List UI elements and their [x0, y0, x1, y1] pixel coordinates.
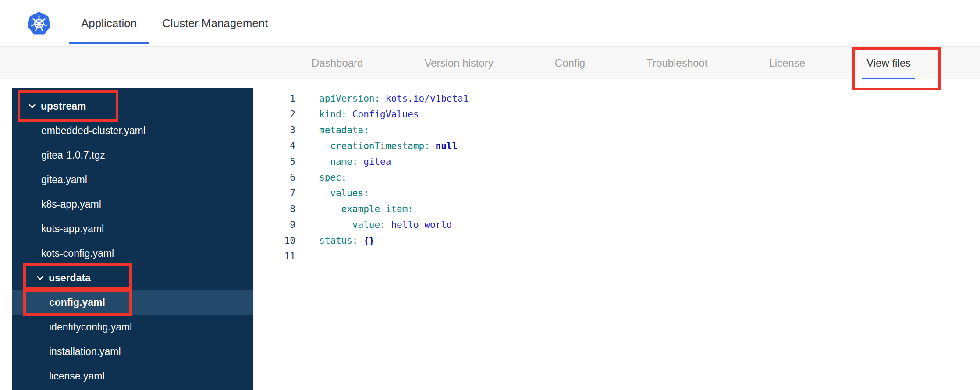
code-line: 2kind: ConfigValues — [254, 106, 980, 122]
token-key: creationTimestamp: — [330, 141, 430, 151]
file-editor: 1apiVersion: kots.io/v1beta12kind: Confi… — [253, 88, 980, 390]
subnav-item-version-history[interactable]: Version history — [420, 47, 497, 79]
code-line: 1apiVersion: kots.io/v1beta1 — [254, 91, 980, 106]
top-tab-application[interactable]: Application — [69, 0, 149, 46]
line-number: 1 — [254, 91, 295, 106]
line-content: apiVersion: kots.io/v1beta1 — [319, 91, 469, 106]
token-plain — [319, 141, 330, 151]
code-line: 7 values: — [254, 185, 980, 201]
subnav-item-config[interactable]: Config — [550, 47, 589, 79]
code-view[interactable]: 1apiVersion: kots.io/v1beta12kind: Confi… — [254, 91, 980, 264]
line-number: 2 — [254, 106, 295, 122]
app-subnav: DashboardVersion historyConfigTroublesho… — [0, 47, 980, 79]
token-plain — [319, 188, 330, 199]
line-number: 7 — [254, 185, 295, 201]
token-plain — [319, 220, 352, 230]
token-value: ConfigValues — [352, 109, 419, 120]
token-plain — [319, 156, 330, 167]
line-content: metadata: — [319, 122, 369, 138]
token-plain — [380, 93, 386, 104]
token-value: gitea — [363, 156, 391, 167]
top-tab-cluster-management[interactable]: Cluster Management — [150, 0, 280, 46]
tree-file-identityconfig-yaml[interactable]: identityconfig.yaml — [12, 315, 253, 339]
code-line: 11 — [254, 248, 980, 264]
tree-file-gitea-1-0-7-tgz[interactable]: gitea-1.0.7.tgz — [12, 143, 253, 167]
top-header: ApplicationCluster Management — [0, 0, 980, 47]
code-line: 8 example_item: — [254, 201, 980, 217]
line-number: 8 — [254, 201, 295, 217]
code-line: 6spec: — [254, 170, 980, 185]
token-plain — [386, 220, 391, 230]
token-key: metadata: — [319, 125, 369, 135]
top-tabs: ApplicationCluster Management — [69, 0, 281, 46]
line-number: 3 — [254, 122, 295, 138]
line-content: example_item: — [319, 201, 413, 217]
token-plain — [347, 109, 352, 120]
tree-item-label: k8s-app.yaml — [41, 199, 101, 210]
chevron-down-icon — [37, 273, 44, 280]
token-key: name: — [330, 156, 358, 167]
tree-item-label: installation.yaml — [49, 346, 121, 358]
line-number: 10 — [254, 233, 295, 248]
subnav-item-license[interactable]: License — [764, 47, 810, 79]
tree-item-label: gitea.yaml — [41, 174, 87, 186]
code-line: 4 creationTimestamp: null — [254, 138, 980, 154]
tree-file-k8s-app-yaml[interactable]: k8s-app.yaml — [12, 192, 253, 216]
tree-folder-upstream[interactable]: upstream — [12, 94, 253, 118]
subnav-item-view-files[interactable]: View files — [862, 47, 915, 79]
line-number: 11 — [254, 248, 295, 264]
tree-item-label: userdata — [49, 272, 91, 284]
tree-item-label: gitea-1.0.7.tgz — [41, 149, 105, 161]
token-value: hello world — [391, 220, 452, 230]
tree-file-license-yaml[interactable]: license.yaml — [12, 364, 253, 388]
tree-folder-userdata[interactable]: userdata — [12, 266, 253, 290]
file-tree-sidebar: upstreamembedded-cluster.yamlgitea-1.0.7… — [12, 88, 253, 390]
line-content: values: — [319, 185, 369, 201]
tree-item-label: kots-app.yaml — [41, 223, 104, 235]
tree-item-label: identityconfig.yaml — [49, 321, 132, 333]
kubernetes-logo-icon — [27, 11, 51, 35]
token-key: apiVersion: — [319, 93, 380, 104]
subnav-item-troubleshoot[interactable]: Troubleshoot — [642, 47, 712, 79]
tree-file-kots-config-yaml[interactable]: kots-config.yaml — [12, 241, 253, 266]
line-number: 5 — [254, 154, 295, 170]
token-value: kots.io/v1beta1 — [386, 93, 469, 104]
token-atom: {} — [363, 235, 374, 246]
tree-item-label: upstream — [41, 100, 86, 112]
chevron-down-icon — [29, 101, 36, 108]
line-number: 6 — [254, 170, 295, 185]
line-content: value: hello world — [319, 217, 452, 233]
token-key: kind: — [319, 109, 347, 120]
code-line: 3metadata: — [254, 122, 980, 138]
token-key: values: — [330, 188, 369, 199]
tree-file-gitea-yaml[interactable]: gitea.yaml — [12, 167, 253, 192]
code-line: 5 name: gitea — [254, 154, 980, 170]
tree-file-installation-yaml[interactable]: installation.yaml — [12, 339, 253, 364]
code-line: 9 value: hello world — [254, 217, 980, 233]
token-atom: null — [436, 141, 458, 151]
token-key: example_item: — [341, 204, 413, 214]
token-key: spec: — [319, 172, 347, 183]
token-plain — [358, 156, 364, 167]
tree-item-label: kots-config.yaml — [41, 248, 114, 259]
line-content: name: gitea — [319, 154, 391, 170]
tree-item-label: config.yaml — [49, 297, 105, 308]
line-content: status: {} — [319, 233, 374, 248]
tree-item-label: embedded-cluster.yaml — [41, 125, 146, 137]
code-line: 10status: {} — [254, 233, 980, 248]
tree-file-kots-app-yaml[interactable]: kots-app.yaml — [12, 216, 253, 241]
line-content: kind: ConfigValues — [319, 106, 419, 122]
tree-file-config-yaml[interactable]: config.yaml — [12, 290, 253, 315]
token-plain — [358, 235, 364, 246]
subnav-item-dashboard[interactable]: Dashboard — [307, 47, 367, 79]
token-key: status: — [319, 235, 358, 246]
line-number: 4 — [254, 138, 295, 154]
tree-file-embedded-cluster-yaml[interactable]: embedded-cluster.yaml — [12, 118, 253, 143]
token-plain — [319, 204, 341, 214]
token-plain — [430, 141, 436, 151]
line-content: spec: — [319, 170, 347, 185]
tree-item-label: license.yaml — [49, 370, 105, 382]
line-number: 9 — [254, 217, 295, 233]
line-content: creationTimestamp: null — [319, 138, 458, 154]
token-key: value: — [352, 220, 386, 230]
